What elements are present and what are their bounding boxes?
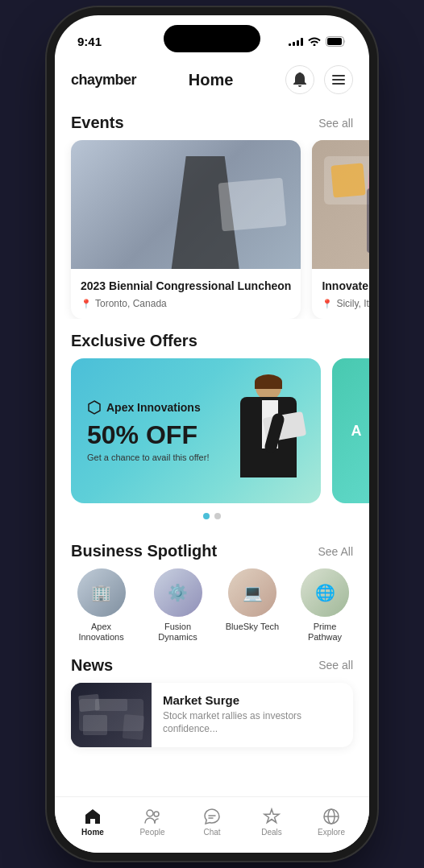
hamburger-icon — [332, 75, 345, 85]
nav-home[interactable]: Home — [71, 807, 115, 837]
event-location-1: 📍 Toronto, Canada — [81, 298, 291, 309]
people-icon — [143, 807, 162, 826]
event-location-2: 📍 Sicily, Italy — [322, 298, 369, 309]
bottom-nav: Home People — [55, 796, 369, 853]
news-excerpt-1: Stock market rallies as investors confid… — [163, 710, 342, 735]
spotlight-item-2[interactable]: ⚙️ Fusion Dynamics — [148, 568, 208, 643]
events-section-header: Events See all — [55, 101, 369, 140]
event-name-1: 2023 Biennial Congressional Luncheon — [81, 279, 291, 293]
offer-peek-initial: A — [351, 423, 362, 440]
spotlight-avatar-4: 🌐 — [301, 568, 349, 617]
spotlight-scroll[interactable]: 🏢 Apex Innovations ⚙️ Fusion Dynamics — [55, 568, 369, 643]
event-card-2[interactable]: Innovate Symposiu 📍 Sicily, Italy — [312, 140, 369, 319]
news-section-header: News See all — [55, 643, 369, 683]
svg-rect-2 — [332, 75, 345, 76]
offers-section-header: Exclusive Offers — [55, 319, 369, 358]
offer-text-1: Apex Innovations 50% OFF Get a chance to… — [71, 384, 321, 478]
offers-scroll[interactable]: Apex Innovations 50% OFF Get a chance to… — [55, 358, 369, 503]
main-scroll[interactable]: Events See all 2023 Biennial Congression… — [55, 101, 369, 853]
location-pin-icon-2: 📍 — [322, 299, 333, 309]
avatar-inner-4: 🌐 — [301, 568, 349, 617]
phone-frame: 9:41 chaymber Home — [55, 15, 369, 853]
news-see-all[interactable]: See all — [318, 659, 353, 672]
event-info-2: Innovate Symposiu 📍 Sicily, Italy — [312, 269, 369, 319]
app-logo: chaymber — [71, 72, 136, 89]
spotlight-item-4[interactable]: 🌐 Prime Pathway — [297, 568, 353, 643]
news-title-1: Market Surge — [163, 693, 342, 707]
svg-rect-3 — [332, 79, 345, 81]
offer-brand-name-1: Apex Innovations — [106, 401, 201, 414]
news-card-1[interactable]: Market Surge Stock market rallies as inv… — [71, 683, 353, 747]
offer-discount-1: 50% OFF — [87, 421, 305, 449]
event-location-text-2: Sicily, Italy — [336, 298, 369, 309]
svg-point-6 — [147, 810, 153, 816]
deals-icon — [262, 807, 281, 826]
event-card[interactable]: 2023 Biennial Congressional Luncheon 📍 T… — [71, 140, 301, 319]
svg-rect-1 — [327, 38, 342, 45]
wifi-icon — [308, 36, 321, 46]
nav-people[interactable]: People — [131, 807, 175, 837]
event-image-2 — [312, 140, 369, 269]
status-time: 9:41 — [77, 35, 102, 48]
nav-chat-label: Chat — [203, 828, 220, 837]
spotlight-name-2: Fusion Dynamics — [148, 622, 208, 643]
spotlight-section-header: Business Spotlight See All — [55, 529, 369, 568]
status-icons — [289, 36, 347, 47]
svg-marker-5 — [89, 401, 100, 414]
menu-button[interactable] — [324, 65, 353, 94]
spotlight-see-all[interactable]: See All — [318, 545, 353, 558]
offer-card-1[interactable]: Apex Innovations 50% OFF Get a chance to… — [71, 358, 321, 503]
spotlight-name-1: Apex Innovations — [71, 622, 131, 643]
offers-title: Exclusive Offers — [71, 332, 197, 350]
news-text-1: Market Surge Stock market rallies as inv… — [152, 684, 353, 745]
spotlight-item-3[interactable]: 💻 BlueSky Tech — [224, 568, 281, 643]
page-title: Home — [189, 71, 234, 89]
spotlight-avatar-2: ⚙️ — [154, 568, 202, 617]
header-actions — [285, 65, 353, 94]
news-title: News — [71, 656, 113, 675]
app-content: chaymber Home — [55, 56, 369, 853]
events-scroll[interactable]: 2023 Biennial Congressional Luncheon 📍 T… — [55, 140, 369, 319]
offer-desc-1: Get a chance to avail this offer! — [87, 453, 305, 462]
location-pin-icon: 📍 — [81, 299, 92, 309]
avatar-inner-1: 🏢 — [77, 568, 126, 617]
event-name-2: Innovate Symposiu — [322, 279, 369, 293]
events-see-all[interactable]: See all — [318, 117, 353, 130]
nav-chat[interactable]: Chat — [190, 807, 235, 837]
spotlight-item-1[interactable]: 🏢 Apex Innovations — [71, 568, 131, 643]
event-location-text-1: Toronto, Canada — [95, 298, 167, 309]
nav-explore[interactable]: Explore — [310, 807, 354, 837]
notification-button[interactable] — [285, 65, 314, 94]
app-header: chaymber Home — [55, 56, 369, 101]
nav-deals[interactable]: Deals — [250, 807, 294, 837]
signal-bars-icon — [289, 36, 303, 46]
event-image-1 — [71, 140, 301, 269]
home-icon — [83, 807, 102, 826]
nav-people-label: People — [139, 828, 164, 837]
bell-icon — [293, 72, 306, 87]
carousel-dots — [55, 513, 369, 519]
nav-home-label: Home — [81, 828, 104, 837]
battery-icon — [326, 36, 347, 47]
event-info-1: 2023 Biennial Congressional Luncheon 📍 T… — [71, 269, 301, 319]
dot-1 — [203, 513, 210, 519]
avatar-inner-2: ⚙️ — [154, 568, 202, 617]
svg-point-7 — [154, 812, 159, 816]
spotlight-name-4: Prime Pathway — [297, 622, 353, 643]
spotlight-title: Business Spotlight — [71, 542, 217, 560]
spotlight-name-3: BlueSky Tech — [226, 622, 279, 632]
explore-icon — [322, 807, 341, 826]
event-graphic-1 — [71, 140, 301, 269]
nav-explore-label: Explore — [318, 828, 345, 837]
spotlight-avatar-3: 💻 — [228, 568, 276, 617]
svg-rect-4 — [332, 83, 345, 85]
events-title: Events — [71, 114, 124, 132]
offer-card-peek[interactable]: A — [332, 358, 369, 503]
event-graphic-2 — [312, 140, 369, 269]
dynamic-island — [164, 25, 260, 52]
news-image-1 — [71, 683, 152, 747]
chat-icon — [202, 807, 222, 826]
offer-brand-1: Apex Innovations — [87, 400, 305, 415]
dot-2 — [214, 513, 221, 519]
nav-deals-label: Deals — [261, 828, 282, 837]
